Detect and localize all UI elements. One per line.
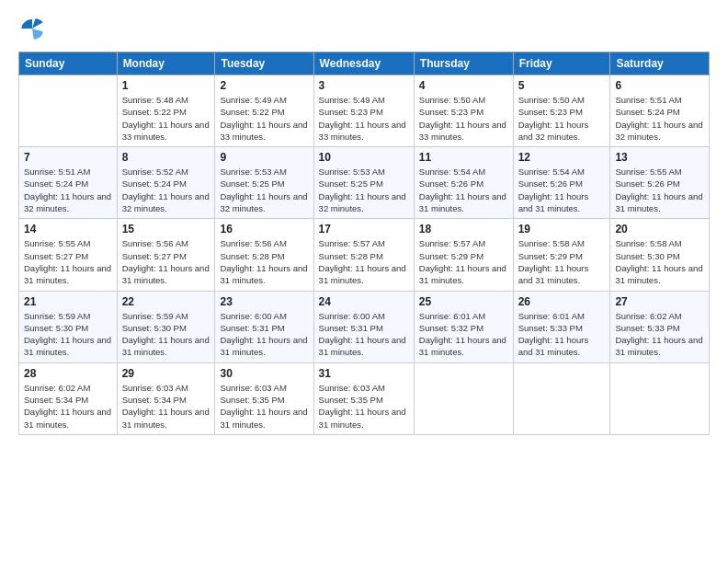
logo-icon (18, 15, 46, 42)
sunset-text: Sunset: 5:26 PM (518, 178, 583, 189)
sunset-text: Sunset: 5:30 PM (615, 251, 679, 261)
sunrise-text: Sunrise: 6:03 AM (220, 383, 286, 393)
day-info: Sunrise: 6:00 AMSunset: 5:31 PMDaylight:… (319, 310, 409, 359)
sunrise-text: Sunrise: 6:01 AM (518, 311, 585, 321)
calendar-cell: 5Sunrise: 5:50 AMSunset: 5:23 PMDaylight… (513, 75, 610, 147)
calendar-cell: 3Sunrise: 5:49 AMSunset: 5:23 PMDaylight… (313, 75, 414, 147)
calendar-cell: 25Sunrise: 6:01 AMSunset: 5:32 PMDayligh… (414, 291, 513, 362)
daylight-text: Daylight: 11 hours and 33 minutes. (220, 120, 307, 142)
calendar-cell: 21Sunrise: 5:59 AMSunset: 5:30 PMDayligh… (19, 291, 118, 362)
sunrise-text: Sunrise: 5:51 AM (615, 95, 681, 105)
day-number: 9 (220, 151, 308, 164)
day-number: 4 (419, 79, 508, 92)
calendar-cell: 28Sunrise: 6:02 AMSunset: 5:34 PMDayligh… (19, 362, 118, 434)
day-info: Sunrise: 5:59 AMSunset: 5:30 PMDaylight:… (122, 310, 210, 359)
sunset-text: Sunset: 5:27 PM (24, 251, 88, 261)
calendar-cell: 19Sunrise: 5:58 AMSunset: 5:29 PMDayligh… (513, 219, 610, 291)
calendar-cell (610, 362, 710, 434)
sunrise-text: Sunrise: 6:03 AM (122, 383, 188, 393)
calendar-cell: 12Sunrise: 5:54 AMSunset: 5:26 PMDayligh… (513, 147, 610, 219)
day-info: Sunrise: 5:56 AMSunset: 5:27 PMDaylight:… (122, 237, 210, 286)
daylight-text: Daylight: 11 hours and 32 minutes. (24, 191, 111, 213)
sunrise-text: Sunrise: 6:02 AM (24, 383, 90, 393)
sunset-text: Sunset: 5:22 PM (122, 107, 187, 117)
calendar-cell: 26Sunrise: 6:01 AMSunset: 5:33 PMDayligh… (513, 291, 610, 362)
sunrise-text: Sunrise: 5:54 AM (419, 167, 485, 177)
day-info: Sunrise: 6:03 AMSunset: 5:35 PMDaylight:… (220, 382, 308, 431)
weekday-header-thursday: Thursday (414, 52, 513, 75)
daylight-text: Daylight: 11 hours and 31 minutes. (615, 335, 702, 357)
day-number: 3 (319, 79, 409, 92)
day-info: Sunrise: 5:58 AMSunset: 5:30 PMDaylight:… (615, 237, 704, 286)
sunrise-text: Sunrise: 5:57 AM (419, 238, 485, 248)
sunrise-text: Sunrise: 5:51 AM (24, 167, 90, 177)
sunset-text: Sunset: 5:28 PM (220, 251, 284, 261)
day-info: Sunrise: 6:01 AMSunset: 5:33 PMDaylight:… (518, 310, 606, 359)
sunset-text: Sunset: 5:34 PM (24, 395, 88, 405)
day-number: 13 (615, 151, 704, 164)
daylight-text: Daylight: 11 hours and 31 minutes. (220, 335, 307, 357)
sunset-text: Sunset: 5:30 PM (24, 323, 88, 333)
sunset-text: Sunset: 5:24 PM (615, 107, 679, 117)
sunset-text: Sunset: 5:22 PM (220, 107, 284, 117)
daylight-text: Daylight: 11 hours and 31 minutes. (220, 407, 307, 429)
sunset-text: Sunset: 5:27 PM (122, 251, 187, 261)
daylight-text: Daylight: 11 hours and 31 minutes. (24, 263, 111, 285)
daylight-text: Daylight: 11 hours and 31 minutes. (319, 263, 406, 285)
sunset-text: Sunset: 5:29 PM (419, 251, 483, 261)
calendar-cell (513, 362, 610, 434)
calendar-cell (19, 75, 118, 147)
daylight-text: Daylight: 11 hours and 31 minutes. (518, 263, 589, 285)
sunset-text: Sunset: 5:33 PM (615, 323, 679, 333)
day-info: Sunrise: 5:52 AMSunset: 5:24 PMDaylight:… (122, 166, 210, 214)
daylight-text: Daylight: 11 hours and 31 minutes. (122, 335, 210, 357)
sunrise-text: Sunrise: 5:52 AM (122, 167, 188, 177)
sunrise-text: Sunrise: 5:56 AM (122, 238, 188, 248)
day-info: Sunrise: 5:50 AMSunset: 5:23 PMDaylight:… (419, 94, 508, 143)
sunrise-text: Sunrise: 5:59 AM (24, 311, 90, 321)
weekday-header-sunday: Sunday (19, 52, 118, 75)
sunrise-text: Sunrise: 6:01 AM (419, 311, 485, 321)
day-info: Sunrise: 5:49 AMSunset: 5:23 PMDaylight:… (319, 94, 409, 143)
calendar-cell: 2Sunrise: 5:49 AMSunset: 5:22 PMDaylight… (215, 75, 313, 147)
day-info: Sunrise: 5:56 AMSunset: 5:28 PMDaylight:… (220, 237, 308, 286)
calendar-cell: 24Sunrise: 6:00 AMSunset: 5:31 PMDayligh… (313, 291, 414, 362)
sunrise-text: Sunrise: 5:49 AM (319, 95, 385, 105)
day-info: Sunrise: 6:02 AMSunset: 5:33 PMDaylight:… (615, 310, 704, 359)
weekday-header-tuesday: Tuesday (215, 52, 313, 75)
day-number: 10 (319, 151, 409, 164)
sunrise-text: Sunrise: 5:58 AM (615, 238, 681, 248)
day-info: Sunrise: 5:49 AMSunset: 5:22 PMDaylight:… (220, 94, 308, 143)
daylight-text: Daylight: 11 hours and 31 minutes. (122, 407, 210, 429)
day-number: 19 (518, 223, 606, 236)
daylight-text: Daylight: 11 hours and 32 minutes. (319, 191, 406, 213)
weekday-header-friday: Friday (513, 52, 610, 75)
day-number: 8 (122, 151, 210, 164)
sunset-text: Sunset: 5:32 PM (419, 323, 483, 333)
sunset-text: Sunset: 5:31 PM (220, 323, 284, 333)
day-number: 17 (319, 223, 409, 236)
weekday-header-wednesday: Wednesday (313, 52, 414, 75)
day-number: 21 (24, 295, 112, 308)
day-info: Sunrise: 5:51 AMSunset: 5:24 PMDaylight:… (615, 94, 704, 143)
daylight-text: Daylight: 11 hours and 33 minutes. (122, 120, 210, 142)
calendar-cell: 20Sunrise: 5:58 AMSunset: 5:30 PMDayligh… (610, 219, 710, 291)
weekday-header-saturday: Saturday (610, 52, 710, 75)
day-info: Sunrise: 6:03 AMSunset: 5:34 PMDaylight:… (122, 382, 210, 431)
sunset-text: Sunset: 5:29 PM (518, 251, 583, 261)
day-info: Sunrise: 5:53 AMSunset: 5:25 PMDaylight:… (319, 166, 409, 214)
calendar-cell: 8Sunrise: 5:52 AMSunset: 5:24 PMDaylight… (117, 147, 215, 219)
sunrise-text: Sunrise: 5:59 AM (122, 311, 188, 321)
calendar-cell: 7Sunrise: 5:51 AMSunset: 5:24 PMDaylight… (19, 147, 118, 219)
sunrise-text: Sunrise: 5:58 AM (518, 238, 585, 248)
day-info: Sunrise: 5:58 AMSunset: 5:29 PMDaylight:… (518, 237, 606, 286)
daylight-text: Daylight: 11 hours and 31 minutes. (615, 263, 702, 285)
day-number: 27 (615, 295, 704, 308)
sunrise-text: Sunrise: 6:03 AM (319, 383, 385, 393)
daylight-text: Daylight: 11 hours and 31 minutes. (122, 263, 210, 285)
daylight-text: Daylight: 11 hours and 31 minutes. (319, 335, 406, 357)
calendar-cell: 9Sunrise: 5:53 AMSunset: 5:25 PMDaylight… (215, 147, 313, 219)
calendar-week-2: 7Sunrise: 5:51 AMSunset: 5:24 PMDaylight… (19, 147, 710, 219)
daylight-text: Daylight: 11 hours and 33 minutes. (319, 120, 406, 142)
daylight-text: Daylight: 11 hours and 31 minutes. (615, 191, 702, 213)
